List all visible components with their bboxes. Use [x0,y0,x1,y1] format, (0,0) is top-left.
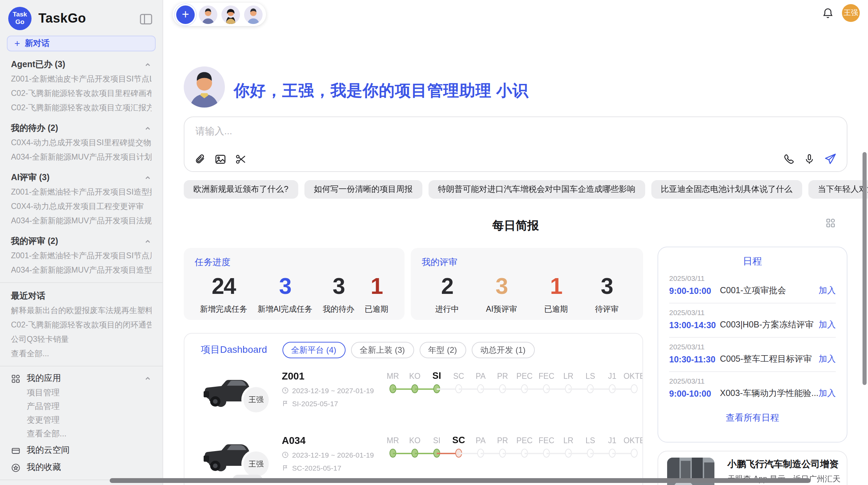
notification-bell-icon[interactable] [822,8,834,22]
milestone-label: PEC [514,434,535,447]
sidebar-sub-item[interactable]: 项目管理 [27,386,162,399]
sidebar-item[interactable]: C02-飞腾新能源轻客改款项目立项汇报方案 [11,101,152,115]
sidebar-item[interactable]: Z001-全新燃油轻卡产品开发项目SI节点属性5D文件评审 [11,249,152,263]
image-icon[interactable] [215,153,226,165]
schedule-item: 2025/03/11 13:00-14:30 C003|H0B-方案冻结评审 加… [669,303,836,338]
new-chat-button[interactable]: + 新对话 [7,36,156,51]
chat-input[interactable]: 请输入... [195,125,232,138]
sidebar-item[interactable]: Z001-全新燃油轻卡产品开发项目SI造型提交物评审 [11,185,152,199]
sidebar-item-my-apps[interactable]: 我的应用 [11,371,162,386]
sidebar-section-header[interactable]: 我的评审 (2) [11,236,152,247]
sidebar-item[interactable]: A034-全新新能源MUV产品开发项目计划变更表编写 [11,150,152,164]
sidebar-item[interactable]: C0X4-动力总成开发项目SI里程碑提交物检查 [11,136,152,150]
chevron-up-icon[interactable] [144,375,152,382]
project-flag-date: SC-2025-05-17 [292,464,341,472]
milestone: SC [448,369,470,394]
sidebar-item[interactable]: 公司Q3轻卡销量 [11,332,152,347]
stat-label: 进行中 [435,304,459,314]
recent-see-all[interactable]: 查看全部... [11,347,152,361]
sidebar: Task Go TaskGo + 新对话 Agent已办 (3) Z001-全新… [0,0,163,485]
sidebar-sub-item[interactable]: 变更管理 [27,413,162,427]
sidebar-section-header[interactable]: 我的待办 (2) [11,123,152,134]
scissors-icon[interactable] [235,153,247,165]
milestone: J1 [601,369,623,394]
microphone-icon[interactable] [804,153,815,165]
clock-icon [282,451,289,458]
chevron-up-icon[interactable] [144,174,152,182]
sidebar-section-header[interactable]: Agent已办 (3) [11,59,152,71]
layout-grid-icon[interactable] [825,218,836,231]
project-flag-date: SI-2025-05-17 [292,399,338,408]
schedule-event-title: C001-立项审批会 [720,285,819,297]
my-apps-sublist: 项目管理产品管理变更管理 [0,386,162,427]
sidebar-item[interactable]: A034-全新新能源MUV产品开发项目造型可行性评审 [11,263,152,277]
sidebar-item[interactable]: 解释最新出台的欧盟报废车法规再生塑料比例被调至15%... [11,303,152,318]
project-row[interactable]: 王强 Z001 2023-12-19 ~ 2027-01-19 SI-2025-… [201,369,642,423]
sidebar-item[interactable]: A034-全新新能源MUV产品开发项目法规符合性评审 [11,214,152,228]
vertical-scrollbar[interactable] [863,152,867,385]
milestone: MR [382,369,404,394]
join-meeting-link[interactable]: 加入 [819,353,836,365]
sidebar-section-title: Agent已办 (3) [11,59,65,71]
sidebar-item[interactable]: C02-飞腾新能源轻客改款项目里程碑画布 [11,86,152,101]
suggestion-chip[interactable]: 比亚迪全固态电池计划具体说了什么 [651,180,802,199]
add-agent-button[interactable]: + [176,5,195,24]
user-avatar[interactable]: 王强 [842,4,860,22]
milestone-label: PA [470,369,492,383]
my-review-card: 我的评审 2 进行中 3 AI预评审 1 已逾期 3 待评审 [411,248,643,320]
sidebar-collapse-icon[interactable] [139,12,153,26]
suggestion-chip[interactable]: 如何写一份清晰的项目周报 [304,180,422,199]
suggestion-chip[interactable]: 特朗普可能对进口汽车增税会对中国车企造成哪些影响 [428,180,645,199]
project-list: 王强 Z001 2023-12-19 ~ 2027-01-19 SI-2025-… [201,369,642,485]
join-meeting-link[interactable]: 加入 [819,319,836,331]
apps-see-all[interactable]: 查看全部... [27,427,162,440]
attachment-icon[interactable] [194,153,206,165]
dashboard-filter-chip[interactable]: 全新上装 (3) [351,342,414,358]
schedule-event-title: C005-整车工程目标评审 [720,353,819,365]
horizontal-scrollbar[interactable] [110,478,810,483]
sidebar-item-cloud-space[interactable]: 我的云空间 [11,443,162,458]
suggestion-chip[interactable]: 欧洲新规最近颁布了什么? [184,180,298,199]
schedule-item: 2025/03/11 9:00-10:00 C001-立项审批会 加入 [669,269,836,303]
milestone-dot[interactable] [631,384,638,393]
dashboard-filter-chip[interactable]: 全新平台 (4) [282,342,345,358]
plus-icon: + [14,38,20,49]
chevron-up-icon[interactable] [144,125,152,132]
milestone: PR [492,434,514,458]
agent-avatar-1[interactable] [199,5,217,24]
sidebar-item[interactable]: C02-飞腾新能源轻客改款项目的闭环通告反馈情况 [11,318,152,332]
agent-avatar-3[interactable] [244,5,263,24]
task-progress-card: 任务进度 24 新增完成任务 3 新增AI完成任务 3 我的待办 1 已逾期 [184,248,405,320]
flag-icon [282,464,289,471]
milestone-label: PR [492,434,514,447]
milestone-label: PA [470,434,492,447]
sidebar-section-header[interactable]: AI评审 (3) [11,172,152,184]
milestone: MR [382,434,404,458]
view-all-schedule-link[interactable]: 查看所有日程 [669,412,836,424]
suggestion-chips: 欧洲新规最近颁布了什么?如何写一份清晰的项目周报特朗普可能对进口汽车增税会对中国… [184,180,847,199]
milestone-dot[interactable] [631,449,638,458]
sidebar-item[interactable]: C0X4-动力总成开发项目工程变更评审 [11,199,152,214]
phone-call-icon[interactable] [783,153,795,165]
stat-item: 3 我的待办 [323,274,354,314]
dashboard-filter-chip[interactable]: 动总开发 (1) [471,342,534,358]
suggestion-chip[interactable]: 当下年轻人对汽车外观有怎样的喜好趋势 [808,180,868,199]
sidebar-sub-item[interactable]: 产品管理 [27,399,162,413]
stat-item: 1 已逾期 [365,274,388,314]
stat-item: 24 新增完成任务 [200,274,247,314]
join-meeting-link[interactable]: 加入 [819,388,836,399]
agent-avatar-2[interactable] [221,5,240,24]
sidebar-item-favorites[interactable]: 我的收藏 [11,460,162,475]
milestone-label: J1 [601,434,623,447]
milestone-label: MR [382,369,404,383]
sidebar-item[interactable]: Z001-全新燃油皮卡产品开发项目SI节点Lesson Learn报告 [11,72,152,86]
stat-label: AI预评审 [486,304,517,314]
send-icon[interactable] [824,153,836,165]
chevron-up-icon[interactable] [144,61,152,69]
milestone-label: KO [404,434,426,447]
project-row[interactable]: 王强 A034 2023-12-19 ~ 2026-01-19 SC-2025-… [201,434,642,485]
chevron-up-icon[interactable] [144,238,152,245]
star-circle-icon [11,463,21,472]
join-meeting-link[interactable]: 加入 [819,285,836,297]
dashboard-filter-chip[interactable]: 年型 (2) [419,342,466,358]
